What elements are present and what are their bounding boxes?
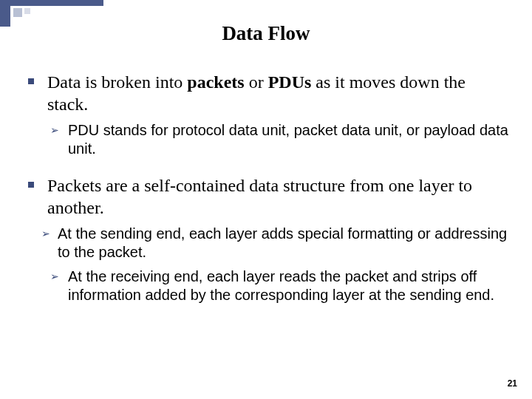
bullet-level2: ➢ At the sending end, each layer adds sp… bbox=[41, 225, 508, 262]
corner-square-small-icon bbox=[24, 8, 30, 14]
bullet-text: At the receiving end, each layer reads t… bbox=[68, 267, 508, 304]
bullet-text: PDU stands for protocol data unit, packe… bbox=[68, 121, 508, 158]
bullet-level1: Packets are a self-contained data struct… bbox=[28, 174, 508, 219]
page-number: 21 bbox=[508, 378, 517, 389]
arrow-bullet-icon: ➢ bbox=[50, 124, 59, 158]
bullet-level2: ➢ At the receiving end, each layer reads… bbox=[50, 267, 508, 304]
bullet-text: At the sending end, each layer adds spec… bbox=[58, 225, 508, 262]
text-fragment: or bbox=[245, 72, 268, 92]
text-bold: packets bbox=[187, 72, 244, 92]
square-bullet-icon bbox=[28, 78, 34, 84]
corner-bar-top bbox=[0, 0, 103, 6]
slide-content: Data is broken into packets or PDUs as i… bbox=[28, 71, 508, 310]
bullet-level1: Data is broken into packets or PDUs as i… bbox=[28, 71, 508, 115]
text-fragment: Data is broken into bbox=[47, 72, 187, 92]
text-fragment: At the sending end, each layer adds spec… bbox=[58, 225, 507, 260]
arrow-bullet-icon: ➢ bbox=[50, 270, 59, 304]
bullet-level2: ➢ PDU stands for protocol data unit, pac… bbox=[50, 121, 508, 158]
bullet-text: Packets are a self-contained data struct… bbox=[47, 174, 508, 219]
corner-decoration bbox=[0, 0, 103, 21]
square-bullet-icon bbox=[28, 182, 34, 188]
slide-title: Data Flow bbox=[0, 22, 532, 45]
arrow-bullet-icon: ➢ bbox=[41, 228, 50, 262]
text-bold: PDUs bbox=[268, 72, 312, 92]
spacer bbox=[28, 164, 508, 174]
corner-square-icon bbox=[13, 8, 22, 17]
bullet-text: Data is broken into packets or PDUs as i… bbox=[47, 71, 508, 115]
